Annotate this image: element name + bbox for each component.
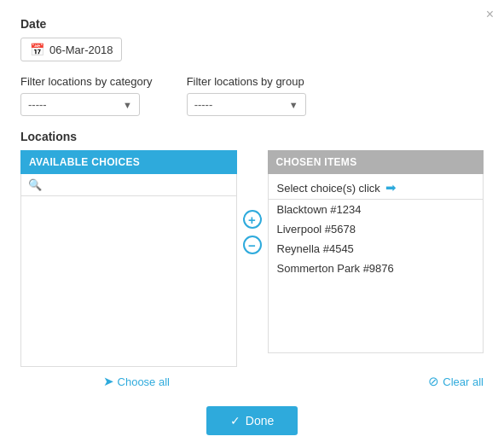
arrow-right-icon: ➡ xyxy=(385,180,397,195)
filter-group-label: Filter locations by group xyxy=(187,75,306,88)
clear-all-button[interactable]: ⊘ Clear all xyxy=(428,374,484,389)
clear-all-icon: ⊘ xyxy=(428,374,439,389)
choose-all-area: ➤ Choose all xyxy=(20,374,252,389)
chosen-header: CHOSEN ITEMS xyxy=(268,150,484,174)
clear-all-label: Clear all xyxy=(443,375,484,388)
modal-container: × Date 📅 06-Mar-2018 Filter locations by… xyxy=(0,0,504,448)
filter-group-group: Filter locations by group ----- ▼ xyxy=(187,75,306,116)
filter-category-value: ----- xyxy=(28,98,47,111)
available-header: AVAILABLE CHOICES xyxy=(20,150,237,174)
list-item[interactable]: Reynella #4545 xyxy=(269,239,484,259)
list-item[interactable]: Liverpool #5678 xyxy=(269,219,484,239)
locations-label: Locations xyxy=(20,130,484,143)
list-item[interactable]: Sommerton Park #9876 xyxy=(269,259,484,278)
date-value: 06-Mar-2018 xyxy=(49,44,113,56)
done-button[interactable]: ✓ Done xyxy=(206,406,298,435)
chevron-down-icon: ▼ xyxy=(123,100,132,110)
chosen-list-box[interactable]: Blacktown #1234Liverpool #5678Reynella #… xyxy=(268,200,484,353)
date-label: Date xyxy=(20,17,484,31)
filter-category-label: Filter locations by category xyxy=(20,75,153,88)
close-button[interactable]: × xyxy=(486,7,494,22)
locations-section: Locations AVAILABLE CHOICES 🔍 + − C xyxy=(20,130,484,389)
add-item-button[interactable]: + xyxy=(243,210,262,229)
chosen-hint-area: Select choice(s) click ➡ xyxy=(268,174,484,200)
choose-all-icon: ➤ xyxy=(103,374,114,389)
locations-panels: AVAILABLE CHOICES 🔍 + − CHOSEN ITEMS Sel… xyxy=(20,150,484,367)
remove-item-button[interactable]: − xyxy=(243,236,262,254)
transfer-controls: + − xyxy=(237,150,268,254)
search-box: 🔍 xyxy=(20,174,237,196)
available-list-box[interactable] xyxy=(20,196,237,367)
done-label: Done xyxy=(246,414,274,428)
search-input[interactable] xyxy=(47,178,229,191)
filter-group-select[interactable]: ----- ▼ xyxy=(187,93,306,116)
select-hint-text: Select choice(s) click xyxy=(277,182,380,195)
chevron-down-icon-2: ▼ xyxy=(289,100,298,110)
filter-category-group: Filter locations by category ----- ▼ xyxy=(20,75,153,116)
filter-category-select[interactable]: ----- ▼ xyxy=(20,93,140,116)
available-panel: AVAILABLE CHOICES 🔍 xyxy=(20,150,237,367)
bottom-actions: ➤ Choose all ⊘ Clear all xyxy=(20,374,484,389)
clear-all-area: ⊘ Clear all xyxy=(252,374,484,389)
calendar-icon: 📅 xyxy=(30,43,44,56)
list-item[interactable]: Blacktown #1234 xyxy=(269,200,484,219)
check-icon: ✓ xyxy=(230,414,240,428)
chosen-panel: CHOSEN ITEMS Select choice(s) click ➡ Bl… xyxy=(268,150,484,353)
filter-group-value: ----- xyxy=(194,98,213,111)
choose-all-label: Choose all xyxy=(118,375,170,388)
done-row: ✓ Done xyxy=(20,406,484,435)
choose-all-button[interactable]: ➤ Choose all xyxy=(103,374,170,389)
date-input[interactable]: 📅 06-Mar-2018 xyxy=(20,38,122,61)
filter-row: Filter locations by category ----- ▼ Fil… xyxy=(20,75,484,116)
date-section: Date 📅 06-Mar-2018 xyxy=(20,17,484,61)
search-icon: 🔍 xyxy=(28,178,42,191)
